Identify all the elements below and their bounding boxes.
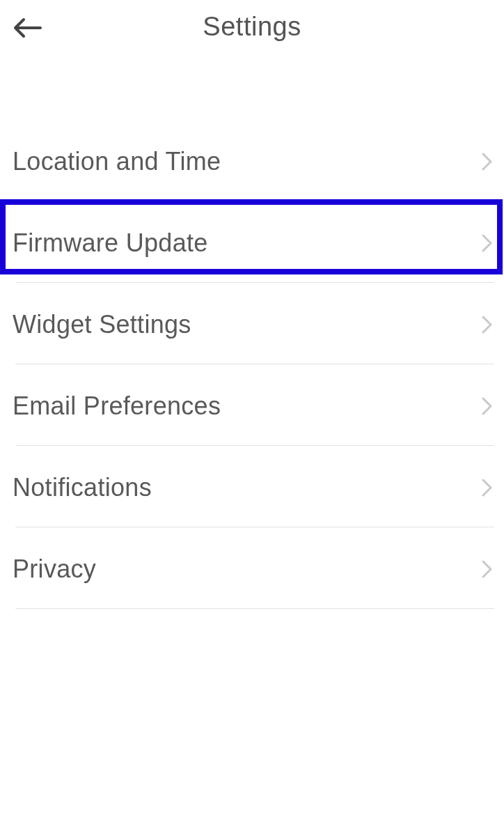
settings-item-privacy[interactable]: Privacy <box>0 530 504 608</box>
settings-item-email-preferences[interactable]: Email Preferences <box>0 367 504 445</box>
settings-item-notifications[interactable]: Notifications <box>0 449 504 527</box>
settings-item-label: Location and Time <box>13 147 221 176</box>
header: Settings <box>0 0 504 53</box>
settings-item-location-time[interactable]: Location and Time <box>0 123 504 201</box>
settings-list: Location and Time Firmware Update Widget… <box>0 123 504 609</box>
settings-item-widget-settings[interactable]: Widget Settings <box>0 286 504 364</box>
chevron-right-icon <box>479 561 496 578</box>
settings-item-label: Email Preferences <box>13 392 221 421</box>
chevron-right-icon <box>479 316 496 333</box>
chevron-right-icon <box>479 479 496 496</box>
settings-item-firmware-update[interactable]: Firmware Update <box>0 204 504 282</box>
settings-item-label: Widget Settings <box>13 310 191 339</box>
settings-item-label: Privacy <box>13 555 96 584</box>
divider <box>15 608 494 609</box>
settings-item-label: Firmware Update <box>13 229 208 258</box>
settings-item-label: Notifications <box>13 473 152 502</box>
page-title: Settings <box>0 12 504 42</box>
chevron-right-icon <box>479 235 496 251</box>
chevron-right-icon <box>479 398 496 415</box>
chevron-right-icon <box>479 153 496 170</box>
